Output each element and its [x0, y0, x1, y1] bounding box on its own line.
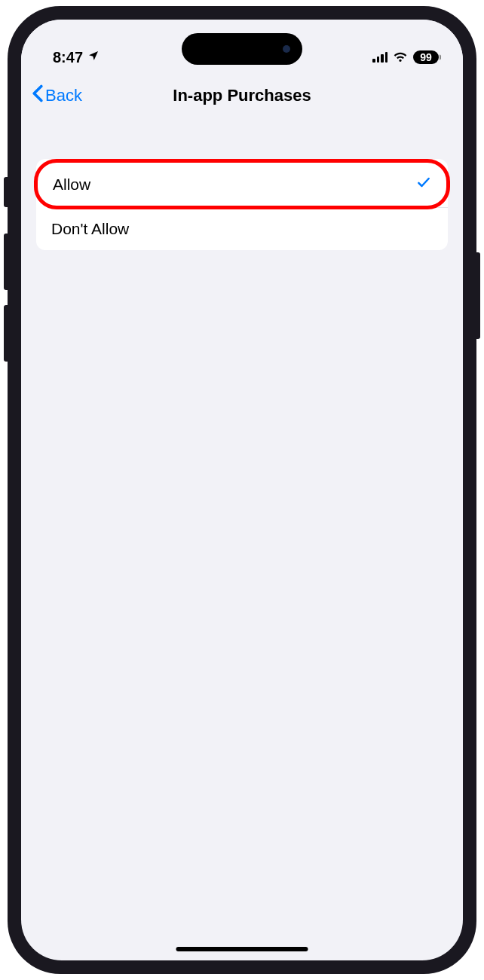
- option-dont-allow[interactable]: Don't Allow: [36, 208, 448, 250]
- cellular-signal-icon: [372, 52, 388, 63]
- phone-frame: 8:47: [8, 6, 476, 974]
- option-allow-label: Allow: [53, 176, 90, 194]
- dynamic-island: [182, 33, 302, 65]
- status-left: 8:47: [53, 49, 100, 66]
- chevron-left-icon: [32, 84, 44, 107]
- checkmark-icon: [416, 175, 431, 194]
- phone-screen: 8:47: [21, 20, 463, 960]
- back-button[interactable]: Back: [32, 84, 82, 107]
- option-dont-allow-label: Don't Allow: [51, 220, 129, 238]
- wifi-icon: [393, 50, 408, 65]
- status-right: 99: [372, 50, 439, 65]
- option-allow[interactable]: Allow: [34, 159, 450, 209]
- battery-indicator: 99: [413, 50, 439, 64]
- navigation-bar: Back In-app Purchases: [21, 74, 463, 121]
- battery-level: 99: [420, 51, 432, 63]
- content-area: Allow Don't Allow: [21, 121, 463, 250]
- home-indicator[interactable]: [176, 947, 308, 951]
- phone-power-button: [476, 252, 480, 339]
- back-label: Back: [45, 86, 82, 105]
- location-services-icon: [87, 50, 100, 66]
- status-time: 8:47: [53, 49, 83, 66]
- options-list: Allow Don't Allow: [36, 159, 448, 250]
- page-title: In-app Purchases: [173, 86, 311, 105]
